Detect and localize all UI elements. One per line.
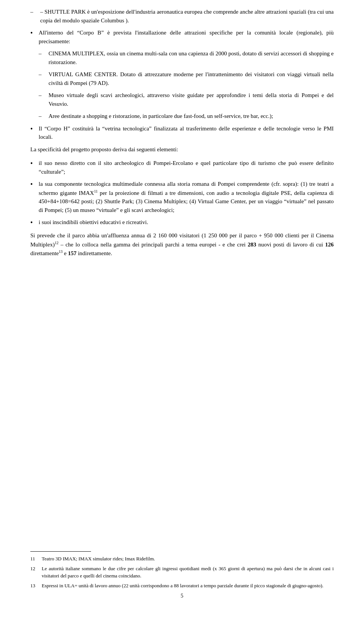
footnote-text-12: Le autorità italiane sommano le due cifr…: [42, 565, 334, 579]
dash-text-vgc: VIRTUAL GAME CENTER. Dotato di attrezzat…: [49, 70, 334, 87]
bullet-item-obiettivi: • i suoi inscindibili obiettivi educativ…: [30, 218, 334, 227]
footnote-num-12: 12: [30, 565, 42, 572]
bullet-dot-2: •: [30, 124, 37, 134]
footnote-num-13: 13: [30, 582, 42, 589]
dash-char-vgc: –: [39, 70, 47, 79]
para2-part2: – che lo colloca nella gamma dei princip…: [58, 242, 248, 248]
bullet-dot-4: •: [30, 180, 37, 189]
bullet-dot-1: •: [30, 28, 37, 38]
dash-char-aree: –: [39, 112, 47, 121]
bullet-text-1: All'interno del “Corpo B” è prevista l'i…: [39, 28, 334, 45]
bullet-text-2: Il “Corpo H” costituirà la “vetrina tecn…: [39, 124, 334, 141]
bold-157: 157: [68, 250, 77, 256]
dash-char: –: [30, 8, 39, 16]
dash-item-museo: – Museo virtuale degli scavi archeologic…: [39, 91, 334, 108]
shuttle-park-header: – – SHUTTLE PARK è un'esposizione dell'i…: [30, 8, 334, 25]
superscript-11: 11: [94, 189, 98, 193]
bullet-item-componente: • la sua componente tecnologica multimed…: [30, 180, 334, 214]
page-number: 5: [30, 593, 334, 599]
dash-item-vgc: – VIRTUAL GAME CENTER. Dotato di attrezz…: [39, 70, 334, 87]
dash-char-museo: –: [39, 91, 47, 100]
para-specificita-text: La specificità del progetto proposto der…: [30, 146, 178, 152]
dash-text-cinema: CINEMA MULTIPLEX, ossia un cinema multi-…: [49, 49, 334, 66]
bullet-dot-3: •: [30, 159, 37, 168]
superscript-13: 13: [59, 249, 63, 254]
dash-text-museo: Museo virtuale degli scavi archeologici,…: [49, 91, 334, 108]
footnote-13: 13 Espressi in ULA= unità di lavoro annu…: [30, 582, 334, 589]
para2-part3: direttamente: [30, 250, 59, 256]
para-si-prevede: Si prevede che il parco abbia un'affluen…: [30, 231, 334, 258]
dash-char-cinema: –: [39, 49, 47, 58]
bullet-text-5: i suoi inscindibili obiettivi educativi …: [39, 218, 334, 227]
header-text: – SHUTTLE PARK è un'esposizione dell'ind…: [40, 8, 334, 25]
footnote-11: 11 Teatro 3D IMAX; IMAX simulator rides;…: [30, 555, 334, 562]
para2-mid: nuovi posti di lavoro di cui: [256, 242, 325, 248]
page-container: – – SHUTTLE PARK è un'esposizione dell'i…: [0, 0, 364, 618]
footnotes-section: 11 Teatro 3D IMAX; IMAX simulator rides;…: [30, 540, 334, 599]
main-content: – – SHUTTLE PARK è un'esposizione dell'i…: [30, 8, 334, 258]
bullet-text-3: il suo nesso diretto con il sito archeol…: [39, 159, 334, 176]
bullet-text-4: la sua componente tecnologica multimedia…: [39, 180, 334, 214]
footnote-text-13: Espressi in ULA= unità di lavoro annuo (…: [42, 582, 334, 589]
bold-126: 126: [325, 242, 334, 248]
para2-part5: indirettamente.: [77, 250, 112, 256]
para2-part4: e: [63, 250, 68, 256]
bullet-item-corpo-b: • All'interno del “Corpo B” è prevista l…: [30, 28, 334, 45]
bold-283: 283: [248, 242, 256, 248]
footnote-text-11: Teatro 3D IMAX; IMAX simulator rides; Im…: [42, 555, 334, 562]
para-specificita: La specificità del progetto proposto der…: [30, 145, 334, 154]
dash-text-aree: Aree destinate a shopping e ristorazione…: [49, 112, 334, 121]
footnote-divider: [30, 551, 91, 552]
bullet-item-nesso: • il suo nesso diretto con il sito arche…: [30, 159, 334, 176]
bullet-item-corpo-h: • Il “Corpo H” costituirà la “vetrina te…: [30, 124, 334, 141]
dash-item-cinema: – CINEMA MULTIPLEX, ossia un cinema mult…: [39, 49, 334, 66]
footnote-12: 12 Le autorità italiane sommano le due c…: [30, 565, 334, 579]
superscript-12: 12: [55, 241, 58, 245]
footnote-num-11: 11: [30, 555, 42, 562]
bullet-dot-5: •: [30, 218, 37, 227]
dash-item-aree: – Aree destinate a shopping e ristorazio…: [39, 112, 334, 121]
